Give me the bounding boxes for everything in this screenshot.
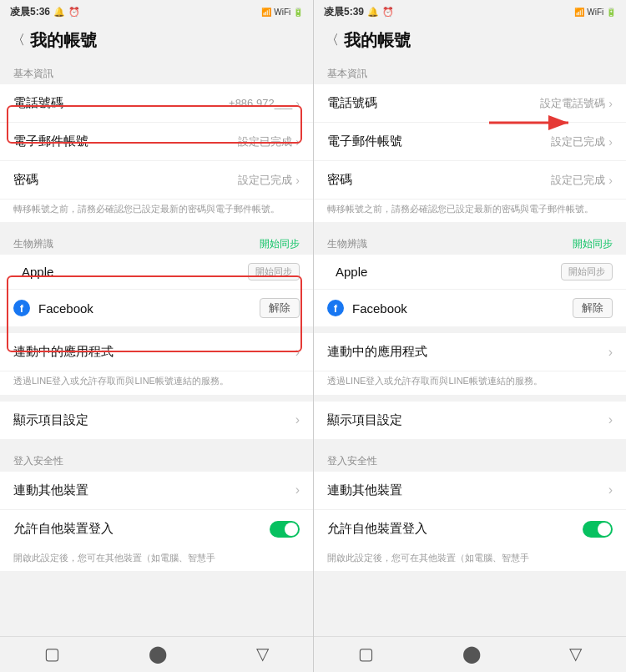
facebook-label-right: Facebook [352,301,407,316]
home-icon-left[interactable]: ▢ [44,644,60,664]
phone-chevron-right: › [608,97,613,110]
connected-apps-row-left[interactable]: 連動中的應用程式 › [0,333,313,371]
alarm-icon-right: 🔔 [367,7,379,18]
phone-chevron-left: › [295,97,300,110]
display-settings-label-left: 顯示項目設定 [13,412,88,428]
section-basic-left: 基本資訊 [0,58,313,84]
page-title-left: 我的帳號 [30,29,97,52]
password-chevron-right: › [608,174,613,187]
display-settings-label-right: 顯示項目設定 [327,412,402,428]
display-settings-card-right: 顯示項目設定 › [314,402,626,439]
linked-devices-row-left[interactable]: 連動其他裝置 › [0,472,313,510]
back-nav-icon-right[interactable]: ▽ [569,644,582,664]
apple-left-left: Apple [13,265,53,279]
linked-devices-row-right[interactable]: 連動其他裝置 › [314,472,626,510]
bio-section-right: 生物辨識 開始同步 [314,229,626,255]
menu-icon-left[interactable]: ⬤ [149,644,167,664]
facebook-left-left: f Facebook [13,300,93,316]
time-left: 凌晨5:36 [10,5,50,19]
phone-row-left[interactable]: 電話號碼 +886 972___ › [0,84,313,123]
status-bar-right: 凌晨5:39 🔔 ⏰ 📶 WiFi 🔋 [314,0,626,23]
phone-value-right: 設定電話號碼 › [540,96,613,111]
apple-sync-btn-left[interactable]: 開始同步 [248,263,300,280]
back-button-left[interactable]: 〈 [12,32,25,49]
bio-section-left: 生物辨識 開始同步 [0,229,313,255]
password-note-left: 轉移帳號之前，請務必確認您已設定最新的密碼與電子郵件帳號。 [0,200,313,222]
email-value-right: 設定已完成 › [551,134,613,149]
display-chevron-left: › [295,412,300,427]
connected-apps-row-right[interactable]: 連動中的應用程式 › [314,333,626,371]
page-title-right: 我的帳號 [344,29,411,52]
right-panel: 凌晨5:39 🔔 ⏰ 📶 WiFi 🔋 〈 我的帳號 基本資訊 電話號碼 設定電… [313,0,626,672]
login-sec-label-left: 登入安全性 [0,446,313,472]
divider1-left [0,222,313,229]
bottom-bar-right: ▢ ⬤ ▽ [314,636,626,672]
bio-sync-left[interactable]: 開始同步 [260,237,300,251]
bottom-bar-left: ▢ ⬤ ▽ [0,636,313,672]
social-card-right: Apple 開始同步 f Facebook 解除 [314,255,626,326]
menu-icon-right[interactable]: ⬤ [462,644,481,664]
allow-note-left: 開啟此設定後，您可在其他裝置（如電腦、智慧手 [0,548,313,571]
login-sec-card-left: 連動其他裝置 › 允許自他裝置登入 開啟此設定後，您可在其他裝置（如電腦、智慧手 [0,472,313,571]
home-icon-right[interactable]: ▢ [358,644,374,664]
facebook-remove-btn-left[interactable]: 解除 [260,298,300,318]
display-settings-row-left[interactable]: 顯示項目設定 › [0,402,313,439]
connected-apps-chevron-left: › [295,345,300,360]
apple-left-right: Apple [327,265,367,279]
linked-chevron-right: › [608,483,613,498]
allow-devices-toggle-left[interactable] [270,521,300,538]
login-sec-card-right: 連動其他裝置 › 允許自他裝置登入 開啟此設定後，您可在其他裝置（如電腦、智慧手 [314,472,626,571]
allow-devices-row-right[interactable]: 允許自他裝置登入 [314,510,626,548]
back-nav-icon-left[interactable]: ▽ [256,644,269,664]
password-row-right[interactable]: 密碼 設定已完成 › [314,161,626,200]
phone-row-right[interactable]: 電話號碼 設定電話號碼 › [314,84,626,123]
apple-row-left[interactable]: Apple 開始同步 [0,255,313,290]
facebook-row-right[interactable]: f Facebook 解除 [314,290,626,326]
password-note-right: 轉移帳號之前，請務必確認您已設定最新的密碼與電子郵件帳號。 [314,200,626,222]
display-settings-row-right[interactable]: 顯示項目設定 › [314,402,626,439]
allow-devices-row-left[interactable]: 允許自他裝置登入 [0,510,313,548]
timer-icon-right: ⏰ [382,7,394,18]
section-basic-right: 基本資訊 [314,58,626,84]
connected-apps-label-right: 連動中的應用程式 [327,344,427,360]
facebook-icon-right: f [327,300,344,316]
bio-sync-right[interactable]: 開始同步 [573,237,613,251]
connected-apps-note-left: 透過LINE登入或允許存取而與LINE帳號連結的服務。 [0,371,313,394]
divider2-left [0,326,313,333]
allow-devices-toggle-right[interactable] [583,521,613,538]
bio-label-right: 生物辨識 [327,237,367,251]
divider1-right [314,222,626,229]
facebook-label-left: Facebook [38,301,93,316]
back-button-right[interactable]: 〈 [326,32,339,49]
email-row-right[interactable]: 電子郵件帳號 設定已完成 › [314,123,626,161]
connected-apps-card-right: 連動中的應用程式 › 透過LINE登入或允許存取而與LINE帳號連結的服務。 [314,333,626,394]
email-label-left: 電子郵件帳號 [13,134,88,149]
facebook-row-left[interactable]: f Facebook 解除 [0,290,313,326]
allow-note-right: 開啟此設定後，您可在其他裝置（如電腦、智慧手 [314,548,626,571]
basic-info-card-right: 電話號碼 設定電話號碼 › 電子郵件帳號 設定已完成 › 密碼 設定已完成 › [314,84,626,222]
apple-label-right: Apple [336,265,367,279]
facebook-remove-btn-right[interactable]: 解除 [573,298,613,318]
linked-devices-label-right: 連動其他裝置 [327,483,402,498]
email-row-left[interactable]: 電子郵件帳號 設定已完成 › [0,123,313,161]
connected-apps-label-left: 連動中的應用程式 [13,344,114,360]
divider3-right [314,395,626,402]
divider4-right [314,439,626,446]
login-sec-label-right: 登入安全性 [314,446,626,472]
basic-info-card-left: 電話號碼 +886 972___ › 電子郵件帳號 設定已完成 › 密碼 設定已… [0,84,313,222]
bio-label-left: 生物辨識 [13,237,53,251]
signal-icon: 📶 WiFi 🔋 [261,8,303,17]
alarm-icon: 🔔 [53,7,65,18]
apple-sync-btn-right[interactable]: 開始同步 [561,263,613,280]
password-row-left[interactable]: 密碼 設定已完成 › [0,161,313,200]
time-right: 凌晨5:39 [324,5,364,19]
left-panel: 凌晨5:36 🔔 ⏰ 📶 WiFi 🔋 〈 我的帳號 基本資訊 電話號碼 +88… [0,0,313,672]
nav-bar-left: 〈 我的帳號 [0,23,313,58]
email-chevron-right: › [608,135,613,149]
display-settings-card-left: 顯示項目設定 › [0,402,313,439]
connected-apps-chevron-right: › [608,345,613,360]
nav-bar-right: 〈 我的帳號 [314,23,626,58]
apple-row-right[interactable]: Apple 開始同步 [314,255,626,290]
signal-icon-right: 📶 WiFi 🔋 [574,8,616,17]
display-chevron-right: › [608,412,613,427]
